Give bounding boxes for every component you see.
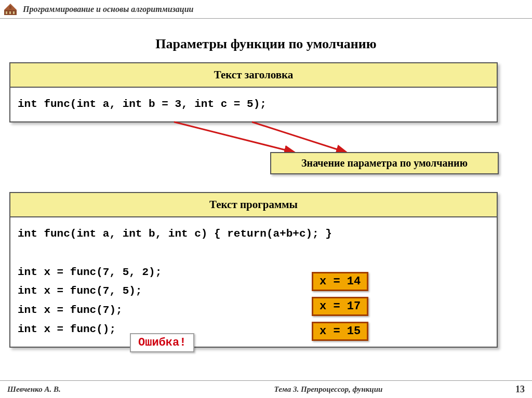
slide-title: Параметры функции по умолчанию	[0, 36, 532, 52]
panel-program-text: Текст программы int func(int a, int b, i…	[9, 192, 498, 348]
panel-program-title: Текст программы	[10, 193, 497, 217]
slide-header: Программирование и основы алгоритмизации	[0, 0, 532, 19]
panel-program-code: int func(int a, int b, int c) { return(a…	[10, 217, 497, 347]
svg-rect-3	[13, 11, 15, 14]
course-title: Программирование и основы алгоритмизации	[23, 5, 193, 14]
svg-rect-5	[9, 6, 11, 9]
svg-line-8	[174, 122, 294, 152]
callout-default-value: Значение параметра по умолчанию	[270, 152, 499, 174]
panel-header-title: Текст заголовка	[10, 63, 497, 88]
error-callout: Ошибка!	[130, 333, 194, 352]
slide-footer: Шевченко А. В. Тема 3. Препроцессор, фун…	[0, 380, 532, 398]
result-box-1: x = 14	[312, 272, 368, 291]
svg-rect-2	[9, 11, 11, 14]
result-box-2: x = 17	[312, 297, 368, 316]
building-logo-icon	[3, 3, 18, 16]
panel-header-text: Текст заголовка int func(int a, int b = …	[9, 62, 498, 122]
panel-header-code: int func(int a, int b = 3, int c = 5);	[10, 88, 497, 121]
svg-line-9	[252, 122, 345, 152]
result-box-3: x = 15	[312, 322, 368, 341]
footer-author: Шевченко А. В.	[7, 385, 163, 394]
footer-topic: Тема 3. Препроцессор, функции	[163, 385, 494, 394]
footer-page-number: 13	[494, 384, 525, 395]
svg-rect-1	[6, 11, 7, 14]
